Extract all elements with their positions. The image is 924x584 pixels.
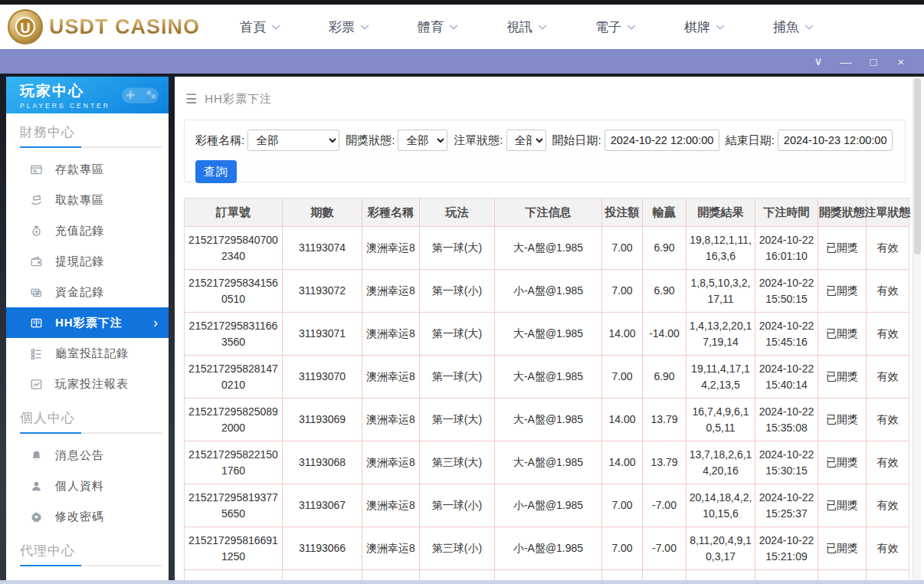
nav-item[interactable]: 體育 [418, 18, 458, 36]
nav-item[interactable]: 捕魚 [773, 18, 814, 36]
draw-status-select[interactable]: 全部 [398, 130, 447, 151]
cell-order-no: 2152172958407002340 [185, 227, 283, 270]
menu-icon[interactable]: ☰ [185, 91, 197, 107]
query-button[interactable]: 查詢 [195, 160, 237, 183]
scrollbar-thumb[interactable] [914, 78, 921, 254]
table-header-cell: 開獎結果 [686, 198, 755, 227]
nav-item[interactable]: 首頁 [240, 18, 280, 36]
cell-order-status: 有效 [867, 356, 909, 399]
cell-bet-time: 2024-10-22 15:25:37 [755, 484, 818, 527]
chevron-down-icon [716, 25, 725, 30]
nav-item-label: 視訊 [506, 18, 532, 36]
cell-order-no: 2152172958193775650 [185, 484, 283, 527]
cell-order-no: 2152172958281470210 [185, 356, 283, 399]
personal-menu: 消息公告 個人資料 修改密碼 [6, 440, 169, 532]
end-date-input[interactable] [778, 130, 893, 151]
cell-order-status: 有效 [867, 527, 909, 570]
cell-bet-time: 2024-10-22 15:21:09 [755, 527, 818, 570]
cell-bet-amount: 7.00 [602, 227, 643, 270]
table-header-cell: 下注時間 [755, 198, 818, 227]
cell-period: 31193074 [283, 227, 362, 270]
cell-period: 31193069 [283, 399, 362, 441]
nav-item[interactable]: 電子 [595, 18, 636, 36]
chevron-down-icon [627, 25, 636, 30]
sidebar-item[interactable]: 消息公告 [6, 440, 169, 471]
chevron-right-icon: › [153, 316, 158, 330]
sidebar-item[interactable]: 取款專區 [6, 185, 169, 215]
sidebar-item-label: 修改密碼 [55, 510, 104, 524]
cell-play-type: 第一球(大) [420, 227, 495, 270]
nav-item[interactable]: 棋牌 [684, 18, 725, 36]
sidebar-item[interactable]: 充值記錄 [6, 215, 169, 246]
cell-bet-amount: 7.00 [602, 270, 643, 313]
cell-lottery-name: 澳洲幸运8 [362, 313, 420, 356]
gear-icon [29, 510, 43, 523]
order-status-select[interactable]: 全部 [506, 130, 546, 151]
table-row: 2152172958166911250 31193066 澳洲幸运8 第三球(小… [185, 527, 909, 570]
cell-order-no: 2152172958250892000 [185, 399, 283, 441]
lottery-name-label: 彩種名稱: [195, 133, 244, 148]
cell-draw-status: 已開獎 [818, 270, 867, 313]
lottery-name-select[interactable]: 全部 [247, 130, 339, 151]
cell-lottery-name: 澳洲幸运8 [362, 527, 420, 570]
nav-item[interactable]: 視訊 [506, 18, 547, 36]
cell-period: 31193067 [283, 484, 362, 527]
funds-record-icon [29, 285, 43, 299]
table-header-cell: 彩種名稱 [362, 198, 420, 227]
table-row: 2152172958341560510 31193072 澳洲幸运8 第一球(小… [185, 270, 909, 313]
cell-bet-info: 大-A盤@1.985 [495, 399, 602, 441]
nav-item[interactable]: 彩票 [329, 18, 369, 36]
cell-win-loss: 13.79 [643, 441, 686, 484]
sidebar-item[interactable]: 提現記錄 [6, 246, 169, 277]
usdt-coin-logo-icon: U [8, 9, 43, 44]
minimize-icon[interactable]: — [834, 51, 858, 71]
sidebar-item[interactable]: HH彩票下注 › [6, 307, 169, 338]
cell-lottery-name: 澳洲幸运8 [362, 484, 420, 527]
sidebar-item-label: 資金記錄 [55, 285, 104, 300]
end-date-label: 結束日期: [726, 133, 775, 148]
table-header-row: 訂單號期數彩種名稱玩法下注信息投注額輸贏開獎結果下注時間開獎狀態注單狀態 [185, 198, 909, 227]
cell-draw-result: 16,7,4,9,6,10,5,11 [686, 399, 755, 441]
sidebar-item[interactable]: 存款專區 [6, 154, 169, 185]
cell-period: 31193070 [283, 356, 362, 399]
cell-bet-amount: 7.00 [602, 356, 643, 399]
cell-draw-status: 已開獎 [818, 484, 867, 527]
table-row: 2152172958311663560 31193071 澳洲幸运8 第一球(大… [185, 313, 909, 356]
table-header-cell: 開獎狀態 [818, 198, 867, 227]
sidebar-item[interactable]: 個人資料 [6, 471, 169, 501]
cell-lottery-name: 澳洲幸运8 [362, 441, 420, 484]
cell-win-loss: -7.00 [643, 484, 686, 527]
cell-order-no: 2152172958221501760 [185, 441, 283, 484]
cell-win-loss: -14.00 [643, 313, 686, 356]
table-header-cell: 注單狀態 [867, 198, 909, 227]
nav-item-label: 電子 [595, 18, 621, 36]
sidebar: 玩家中心 PLAYERS CENTER 財務中心 存款專區 取款專區 充值記錄 [6, 77, 169, 581]
cell-bet-amount: 14.00 [602, 313, 643, 356]
cell-bet-info: 小-A盤@1.985 [495, 270, 602, 313]
sidebar-item[interactable]: 玩家投注報表 [6, 369, 169, 399]
sidebar-item[interactable]: 資金記錄 [6, 277, 169, 307]
chevron-down-icon[interactable]: ∨ [806, 51, 831, 71]
bell-icon [29, 448, 43, 462]
sidebar-item[interactable]: 修改密碼 [6, 501, 169, 532]
maximize-icon[interactable]: □ [861, 51, 886, 71]
brand-logo-text: USDT CASINO [49, 15, 200, 39]
cell-draw-status: 已開獎 [818, 527, 867, 570]
sidebar-item-label: 取款專區 [55, 193, 104, 208]
chevron-down-icon [360, 25, 369, 30]
sidebar-item-label: 個人資料 [55, 479, 104, 494]
cell-lottery-name: 澳洲幸运8 [362, 270, 420, 313]
cell-lottery-name: 澳洲幸运8 [362, 399, 420, 441]
brand-logo[interactable]: U USDT CASINO [8, 9, 200, 44]
finance-menu: 存款專區 取款專區 充值記錄 提現記錄 資金記錄 HH彩票下注 › 廳室投註記錄 [6, 154, 169, 399]
cell-bet-info: 小-A盤@1.985 [495, 484, 602, 527]
cell-draw-result: 1,4,13,2,20,17,19,14 [686, 313, 755, 356]
start-date-input[interactable] [605, 130, 719, 151]
cell-bet-amount: 7.00 [602, 527, 643, 570]
cell-play-type: 第一球(小) [420, 484, 495, 527]
sidebar-item[interactable]: 廳室投註記錄 [6, 338, 169, 369]
deposit-icon [29, 162, 43, 176]
cell-period: 31193072 [283, 270, 362, 313]
cell-bet-info: 大-A盤@1.985 [495, 441, 602, 484]
close-icon[interactable]: × [889, 51, 913, 71]
